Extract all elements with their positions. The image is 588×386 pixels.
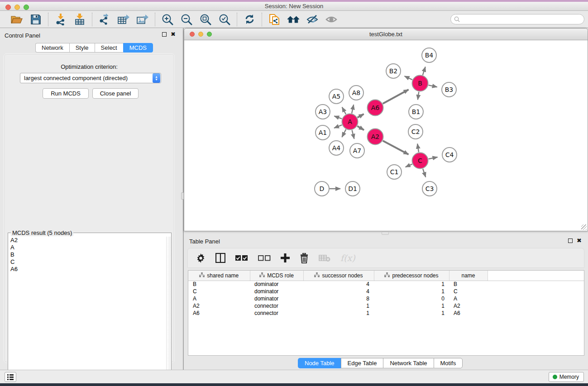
graph-node-B3[interactable]: B3: [442, 82, 456, 97]
edge-C-C4[interactable]: [429, 157, 438, 159]
edge-A2-C[interactable]: [383, 141, 409, 154]
graph-node-A5[interactable]: A5: [329, 89, 344, 104]
save-session-icon[interactable]: [29, 13, 42, 26]
edge-C-C1[interactable]: [406, 164, 412, 167]
import-table-icon[interactable]: [73, 13, 86, 26]
graph-node-A3[interactable]: A3: [316, 105, 330, 119]
refresh-icon[interactable]: [243, 13, 256, 26]
graph-node-C[interactable]: C: [412, 153, 428, 169]
graph-node-B4[interactable]: B4: [422, 48, 436, 62]
graph-node-C2[interactable]: C2: [408, 124, 423, 139]
run-mcds-button[interactable]: Run MCDS: [43, 88, 89, 99]
minimize-network-window-button[interactable]: [198, 32, 203, 37]
graph-node-A2[interactable]: A2: [368, 129, 383, 145]
close-window-button[interactable]: [5, 5, 11, 10]
close-panel-icon[interactable]: ✖: [171, 32, 176, 37]
horizontal-splitter-grip[interactable]: [382, 232, 389, 235]
search-input[interactable]: [462, 16, 575, 23]
tab-network-table[interactable]: Network Table: [383, 358, 433, 368]
graph-node-B2[interactable]: B2: [386, 64, 401, 78]
column-header-predecessor-nodes[interactable]: predecessor nodes: [374, 271, 449, 281]
graph-node-A7[interactable]: A7: [350, 143, 364, 158]
column-header-successor-nodes[interactable]: successor nodes: [303, 271, 374, 281]
column-header-MCDS-role[interactable]: MCDS role: [250, 271, 303, 281]
graph-node-D1[interactable]: D1: [345, 181, 360, 196]
graph-node-A4[interactable]: A4: [329, 141, 344, 155]
open-file-icon[interactable]: [10, 13, 23, 26]
zoom-selected-icon[interactable]: [218, 13, 231, 26]
tab-select[interactable]: Select: [95, 43, 123, 52]
table-row[interactable]: Adominator80A: [188, 295, 584, 302]
criterion-dropdown[interactable]: largest connected component (directed) ▲…: [20, 73, 161, 83]
tab-style[interactable]: Style: [69, 43, 95, 52]
result-scrollbar[interactable]: [166, 237, 171, 382]
delete-column-icon[interactable]: [300, 253, 309, 263]
tab-motifs[interactable]: Motifs: [434, 358, 463, 368]
select-all-checkboxes-icon[interactable]: [235, 255, 248, 261]
result-list-item[interactable]: B: [10, 251, 166, 258]
show-details-icon[interactable]: [325, 13, 338, 26]
graph-node-B1[interactable]: B1: [409, 105, 423, 119]
graph-node-A1[interactable]: A1: [316, 125, 330, 140]
edge-A-A4[interactable]: [342, 129, 346, 137]
edge-A-A3[interactable]: [334, 116, 342, 119]
result-list-item[interactable]: A2: [10, 237, 166, 244]
mcds-result-list[interactable]: A2ABCA6: [9, 237, 166, 382]
close-network-window-button[interactable]: [190, 32, 195, 37]
memory-button[interactable]: Memory: [549, 372, 584, 382]
edge-A6-B[interactable]: [383, 90, 409, 104]
close-panel-icon[interactable]: ✖: [577, 238, 582, 243]
tab-mcds[interactable]: MCDS: [123, 43, 153, 52]
table-row[interactable]: A6connector11A6: [188, 310, 584, 317]
split-columns-icon[interactable]: [215, 253, 225, 263]
edge-A-A1[interactable]: [334, 125, 342, 128]
export-table-icon[interactable]: [117, 13, 130, 26]
float-panel-icon[interactable]: [162, 32, 167, 37]
task-history-button[interactable]: [5, 372, 16, 382]
column-header-name[interactable]: name: [449, 271, 488, 281]
node-table[interactable]: shared nameMCDS rolesuccessor nodesprede…: [188, 271, 584, 317]
zoom-in-icon[interactable]: [161, 13, 174, 26]
edge-B-B2[interactable]: [405, 76, 412, 80]
edge-C-C3[interactable]: [423, 169, 425, 177]
gear-icon[interactable]: [196, 253, 206, 263]
result-list-item[interactable]: A: [10, 244, 166, 251]
result-list-item[interactable]: A6: [10, 266, 166, 273]
edge-A-A5[interactable]: [342, 107, 346, 114]
home-network-icon[interactable]: [287, 13, 300, 26]
result-list-item[interactable]: C: [10, 258, 166, 266]
zoom-window-button[interactable]: [24, 5, 29, 10]
import-network-icon[interactable]: [54, 13, 67, 26]
graph-node-C4[interactable]: C4: [442, 148, 457, 162]
edge-B-B1[interactable]: [418, 92, 419, 100]
add-column-icon[interactable]: [281, 253, 290, 262]
column-header-shared-name[interactable]: shared name: [188, 271, 250, 281]
edge-A-A6[interactable]: [358, 114, 364, 118]
export-network-icon[interactable]: [98, 13, 111, 26]
graph-node-A[interactable]: A: [342, 114, 358, 130]
hide-details-icon[interactable]: [306, 13, 319, 26]
edge-A-A7[interactable]: [352, 130, 354, 138]
tab-node-table[interactable]: Node Table: [298, 358, 341, 368]
table-row[interactable]: A2connector11A2: [188, 302, 584, 310]
graph-node-D[interactable]: D: [315, 181, 329, 196]
zoom-network-window-button[interactable]: [207, 32, 212, 37]
zoom-fit-icon[interactable]: [199, 13, 212, 26]
close-panel-button[interactable]: Close panel: [92, 88, 139, 99]
network-graph-canvas[interactable]: B4B2BB3A5A8A6A3B1AA1C2A2A4A7C4CC1C3DD1: [184, 40, 588, 231]
edge-C-C2[interactable]: [417, 144, 419, 152]
tab-network[interactable]: Network: [35, 43, 69, 52]
graph-node-C3[interactable]: C3: [422, 181, 437, 196]
edge-A-A2[interactable]: [357, 126, 364, 130]
float-panel-icon[interactable]: [568, 238, 573, 243]
clear-checkboxes-icon[interactable]: [258, 255, 271, 261]
tab-edge-table[interactable]: Edge Table: [341, 358, 383, 368]
window-resize-grip[interactable]: [581, 224, 587, 230]
minimize-window-button[interactable]: [14, 5, 20, 10]
table-row[interactable]: Cdominator41C: [188, 288, 584, 295]
edge-B-B3[interactable]: [429, 85, 437, 87]
graph-node-A6[interactable]: A6: [368, 100, 383, 116]
edge-B-B4[interactable]: [423, 67, 425, 75]
graph-node-C1[interactable]: C1: [387, 165, 402, 179]
export-image-icon[interactable]: [136, 13, 149, 26]
